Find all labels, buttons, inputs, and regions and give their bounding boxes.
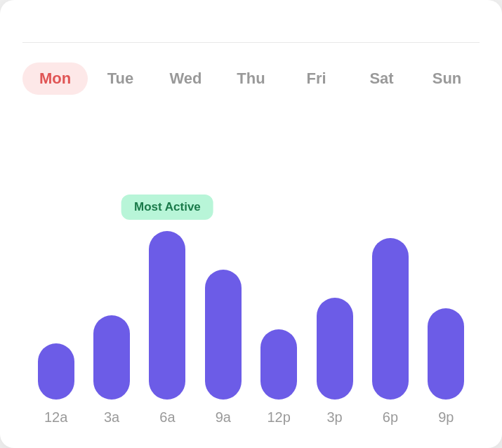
bar-col-3a: [84, 315, 139, 400]
bar-col-12a: [28, 343, 84, 400]
x-label-3p: 3p: [307, 409, 362, 426]
chart-area: Most Active 12a3a6a9a12p3p6p9p: [22, 117, 480, 426]
best-time-card: MonTueWedThuFriSatSun Most Active 12a3a6…: [0, 0, 502, 448]
most-active-badge: Most Active: [121, 195, 213, 220]
x-labels: 12a3a6a9a12p3p6p9p: [22, 400, 480, 426]
x-label-9p: 9p: [418, 409, 474, 426]
divider: [22, 42, 480, 43]
bar-col-6p: [362, 238, 418, 400]
bar-6p: [372, 238, 409, 400]
bar-col-3p: [307, 298, 362, 400]
bar-9p: [428, 308, 464, 400]
bar-12p: [260, 329, 297, 400]
x-label-9a: 9a: [195, 409, 251, 426]
x-label-6a: 6a: [140, 409, 195, 426]
day-tab-sun[interactable]: Sun: [414, 62, 480, 95]
bar-3a: [93, 315, 130, 400]
x-label-12p: 12p: [251, 409, 307, 426]
day-tab-tue[interactable]: Tue: [88, 62, 153, 95]
bar-col-9p: [418, 308, 474, 400]
day-tab-sat[interactable]: Sat: [349, 62, 414, 95]
bars-wrapper: Most Active: [22, 117, 480, 400]
bar-9a: [205, 270, 242, 400]
x-label-6p: 6p: [362, 409, 418, 426]
day-tab-wed[interactable]: Wed: [153, 62, 218, 95]
bar-12a: [38, 343, 74, 400]
day-tab-thu[interactable]: Thu: [218, 62, 284, 95]
bar-3p: [317, 298, 353, 400]
day-tab-fri[interactable]: Fri: [284, 62, 349, 95]
x-label-12a: 12a: [28, 409, 84, 426]
bar-col-12p: [251, 329, 307, 400]
day-tabs: MonTueWedThuFriSatSun: [22, 62, 480, 95]
day-tab-mon[interactable]: Mon: [22, 62, 88, 95]
bar-col-6a: Most Active: [140, 231, 195, 400]
x-label-3a: 3a: [84, 409, 139, 426]
bar-6a: Most Active: [149, 231, 185, 400]
bar-col-9a: [195, 270, 251, 400]
